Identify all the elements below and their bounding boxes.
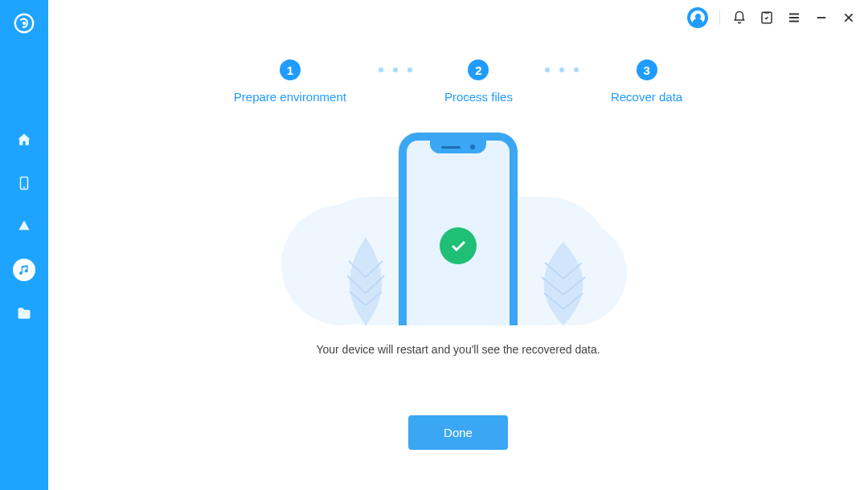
step-2: 2 Process files: [444, 59, 513, 104]
step-number: 3: [637, 59, 657, 80]
step-3: 3 Recover data: [611, 59, 682, 104]
account-icon[interactable]: [687, 7, 708, 28]
leaf-left-icon: [338, 229, 394, 325]
main-content: 1 Prepare environment 2 Process files 3 …: [48, 35, 868, 490]
sidebar: [0, 0, 48, 490]
done-button[interactable]: Done: [408, 415, 508, 450]
phone-notch: [430, 141, 486, 153]
step-label: Prepare environment: [234, 90, 346, 104]
status-message: Your device will restart and you'll see …: [48, 343, 868, 356]
leaf-right-icon: [532, 237, 595, 325]
phone-illustration: [399, 133, 518, 325]
task-icon[interactable]: [759, 10, 775, 26]
bell-icon[interactable]: [731, 10, 747, 26]
sidebar-item-home[interactable]: [13, 129, 35, 151]
sidebar-item-cloud[interactable]: [13, 215, 35, 238]
menu-icon[interactable]: [786, 10, 802, 26]
step-label: Process files: [444, 90, 513, 104]
step-number: 1: [280, 59, 301, 80]
step-label: Recover data: [611, 90, 682, 104]
sidebar-item-phone[interactable]: [13, 172, 35, 194]
titlebar-divider: [719, 10, 720, 25]
sidebar-item-music[interactable]: [13, 259, 35, 281]
steps-indicator: 1 Prepare environment 2 Process files 3 …: [48, 59, 868, 104]
step-connector: [545, 67, 579, 72]
step-number: 2: [468, 59, 489, 80]
sidebar-item-folder[interactable]: [13, 302, 35, 325]
minimize-icon[interactable]: [813, 10, 829, 26]
titlebar: [0, 0, 868, 35]
step-connector: [379, 67, 412, 72]
checkmark-icon: [440, 227, 477, 264]
step-1: 1 Prepare environment: [234, 59, 346, 104]
close-icon[interactable]: [841, 10, 857, 26]
illustration: [289, 133, 627, 325]
svg-point-4: [24, 187, 25, 188]
